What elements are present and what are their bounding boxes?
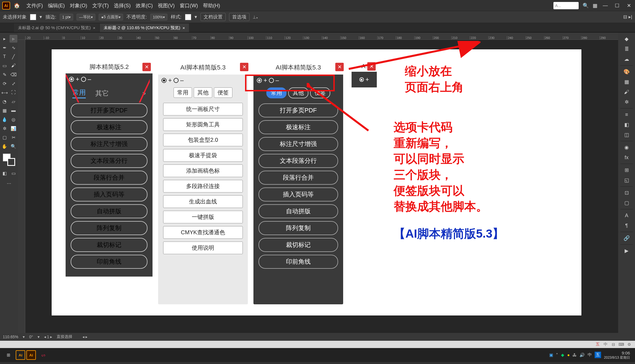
pen-tool[interactable]: ✒ bbox=[1, 44, 8, 52]
btn-para-merge[interactable]: 段落行合并 bbox=[258, 171, 338, 185]
gradient-tool[interactable]: ▬ bbox=[10, 106, 17, 114]
color-panel-icon[interactable]: 🎨 bbox=[621, 67, 632, 76]
stroke-panel-icon[interactable]: ≡ bbox=[621, 110, 632, 119]
ime-gear-icon[interactable]: ⚙ bbox=[627, 342, 632, 347]
graph-tool[interactable]: 📊 bbox=[10, 124, 17, 132]
btn-round-rect[interactable]: 矩形圆角工具 bbox=[163, 118, 243, 131]
properties-panel-icon[interactable]: ◆ bbox=[621, 34, 632, 44]
window-max-icon[interactable]: ☐ bbox=[613, 2, 621, 10]
btn-unify-artboard[interactable]: 统一画板尺寸 bbox=[163, 103, 243, 115]
gradient-panel-icon[interactable]: ◧ bbox=[621, 120, 632, 129]
search-icon[interactable]: 🔍 bbox=[583, 3, 589, 9]
brush-tool[interactable]: 🖌 bbox=[10, 62, 17, 69]
brush-dd[interactable]: ● 5 点圆形 ▾ bbox=[99, 14, 123, 20]
align-icon[interactable]: ⟂▸ bbox=[253, 14, 258, 20]
window-close-icon[interactable]: ✕ bbox=[625, 2, 633, 10]
transparency-panel-icon[interactable]: ◫ bbox=[621, 130, 632, 140]
radio-expand-icon[interactable] bbox=[161, 78, 167, 83]
panel-toggle-icon[interactable]: ⊟ ▸| bbox=[623, 14, 632, 20]
transform-panel-icon[interactable]: ⊡ bbox=[621, 188, 632, 198]
tray-ime-wubi-icon[interactable]: 五 bbox=[595, 352, 601, 358]
btn-quick-bag[interactable]: 极速手提袋 bbox=[163, 149, 243, 162]
btn-array-copy[interactable]: 阵列复制 bbox=[258, 221, 338, 235]
swatches-panel-icon[interactable]: ▦ bbox=[621, 77, 632, 87]
shape-builder-tool[interactable]: ◔ bbox=[1, 98, 8, 105]
color-mode-icon[interactable]: ◧ bbox=[1, 169, 8, 177]
appearance-panel-icon[interactable]: ◉ bbox=[621, 143, 632, 152]
tab-common[interactable]: 常用 bbox=[174, 87, 192, 98]
adobe-search[interactable]: A... bbox=[553, 2, 579, 9]
tab-notes[interactable]: 便签 bbox=[214, 87, 232, 98]
btn-text-split[interactable]: 文本段落分行 bbox=[258, 154, 338, 168]
blend-tool[interactable]: ◎ bbox=[10, 115, 17, 123]
eraser-tool[interactable]: ⌫ bbox=[10, 71, 17, 78]
scroll-h-icon[interactable]: ◂ ▸ bbox=[82, 335, 87, 339]
char-panel-icon[interactable]: A bbox=[621, 211, 632, 220]
libraries-panel-icon[interactable]: ☁ bbox=[621, 54, 632, 64]
start-button[interactable]: ⊞ bbox=[2, 350, 15, 360]
tab-other[interactable]: 其他 bbox=[194, 87, 212, 98]
tray-chevron-up-icon[interactable]: ˄ bbox=[556, 353, 558, 358]
btn-bleed-line[interactable]: 生成出血线 bbox=[163, 195, 243, 208]
menu-effect[interactable]: 效果(C) bbox=[136, 2, 153, 9]
btn-one-click-impose[interactable]: 一键拼版 bbox=[163, 211, 243, 223]
menu-edit[interactable]: 编辑(E) bbox=[48, 2, 65, 9]
artboard-nav[interactable]: ◂ 1 ▸ bbox=[44, 335, 52, 339]
play-icon[interactable]: ▶ bbox=[621, 246, 632, 256]
stroke-weight-input[interactable]: 1 pt ▾ bbox=[60, 14, 73, 20]
doc-setup-button[interactable]: 文档设置 bbox=[200, 13, 226, 21]
rotate-view[interactable]: 0° bbox=[29, 335, 33, 339]
tab-other[interactable]: 其它 bbox=[95, 89, 109, 98]
artboard-tool[interactable]: ▢ bbox=[1, 133, 8, 141]
zoom-level[interactable]: 110.65% bbox=[3, 335, 18, 339]
tray-volume-icon[interactable]: 🔊 bbox=[579, 353, 585, 358]
ime-keyboard-icon[interactable]: ⌨ bbox=[619, 342, 624, 347]
free-transform-tool[interactable]: ⛶ bbox=[10, 89, 17, 96]
tray-network-icon[interactable]: 🖧 bbox=[572, 353, 577, 357]
taskbar-ai-active-icon[interactable]: Ai bbox=[26, 350, 36, 360]
menu-file[interactable]: 文件(F) bbox=[26, 2, 43, 9]
btn-para-merge[interactable]: 段落行合并 bbox=[71, 171, 147, 185]
radio-collapse-icon[interactable] bbox=[174, 78, 179, 83]
btn-text-split[interactable]: 文本段落分行 bbox=[71, 154, 147, 168]
menu-help[interactable]: 帮助(H) bbox=[203, 2, 220, 9]
zoom-tool[interactable]: 🔍 bbox=[10, 142, 17, 150]
tray-notif-icon[interactable]: ▣ bbox=[549, 353, 553, 358]
ime-split-icon[interactable]: ⊟ bbox=[611, 342, 616, 347]
doc-tab-1[interactable]: 未标题-2.ai @ 50 % (CMYK/CPU 预览)× bbox=[14, 24, 99, 32]
brushes-panel-icon[interactable]: 🖌 bbox=[621, 87, 632, 97]
menu-view[interactable]: 视图(V) bbox=[158, 2, 175, 9]
tab-common[interactable]: 常用 bbox=[72, 88, 86, 98]
symbols-panel-icon[interactable]: ✲ bbox=[621, 97, 632, 107]
close-icon[interactable]: ✕ bbox=[142, 63, 151, 71]
pathfinder-panel-icon[interactable]: ◱ bbox=[621, 175, 632, 185]
layers-panel-icon[interactable]: ≣ bbox=[621, 44, 632, 54]
btn-page-num[interactable]: 插入页码等 bbox=[258, 187, 338, 201]
mesh-tool[interactable]: ▦ bbox=[1, 106, 8, 114]
links-panel-icon[interactable]: 🔗 bbox=[621, 233, 632, 243]
preferences-button[interactable]: 首选项 bbox=[229, 13, 250, 21]
ime-lang-icon[interactable]: 中 bbox=[603, 342, 608, 347]
btn-prepress-corner[interactable]: 印前角线 bbox=[258, 255, 338, 269]
doc-tab-2[interactable]: 未标题-2 @ 110.65 % (CMYK/CPU 预览)× bbox=[100, 24, 189, 32]
artboards-panel-icon[interactable]: ▢ bbox=[621, 198, 632, 208]
menu-type[interactable]: 文字(T) bbox=[92, 2, 109, 9]
curvature-tool[interactable]: ∿ bbox=[10, 44, 17, 52]
fill-stroke-control[interactable] bbox=[3, 154, 15, 166]
btn-help[interactable]: 使用说明 bbox=[163, 242, 243, 254]
tray-ime-cn-icon[interactable]: 中 bbox=[588, 352, 592, 358]
btn-dim-enhance[interactable]: 标注尺寸增强 bbox=[71, 137, 147, 151]
type-tool[interactable]: T bbox=[1, 53, 8, 61]
opacity-input[interactable]: 100% ▾ bbox=[150, 14, 167, 20]
home-icon[interactable]: 🏠 bbox=[13, 2, 21, 10]
menu-object[interactable]: 对象(O) bbox=[70, 2, 87, 9]
para-panel-icon[interactable]: ¶ bbox=[621, 221, 632, 230]
tab-more-icon[interactable]: » bbox=[142, 90, 146, 97]
btn-prepress-corner[interactable]: 印前角线 bbox=[71, 255, 147, 269]
close-tab-icon[interactable]: × bbox=[183, 25, 185, 30]
btn-auto-impose[interactable]: 自动拼版 bbox=[258, 204, 338, 218]
radio-expand-icon[interactable] bbox=[359, 77, 364, 82]
selection-tool[interactable]: ▸ bbox=[1, 35, 8, 43]
rotate-tool[interactable]: ⟳ bbox=[1, 80, 8, 87]
edit-toolbar-icon[interactable]: ⋯ bbox=[5, 179, 13, 187]
